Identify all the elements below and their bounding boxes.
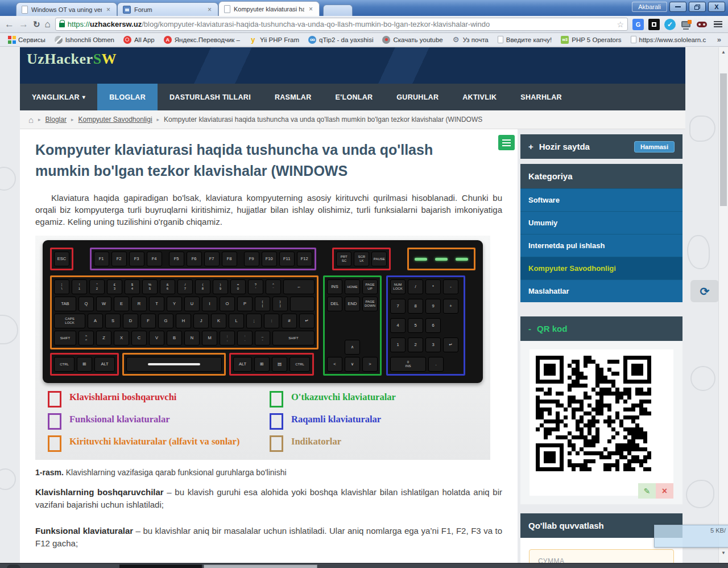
scroll-up-icon[interactable]: ▲ (719, 50, 728, 55)
qr-close-button[interactable]: × (656, 483, 673, 499)
qtip-icon: oo (308, 36, 316, 44)
breadcrumb-separator-icon: ▸ (71, 117, 74, 122)
legend-item: Indikatorlar (270, 435, 485, 452)
keyboard-key: F11 (279, 252, 295, 266)
keyboard-row: 0 INS. (390, 357, 461, 372)
close-tab-icon[interactable]: × (105, 6, 111, 13)
reload-icon[interactable]: ↻ (33, 19, 40, 30)
keyboard-key: PAGE UP (362, 279, 378, 294)
browser-menu-icon[interactable] (712, 19, 723, 30)
qr-panel-title: QR kod (537, 324, 567, 334)
monitor-extension-icon[interactable] (680, 19, 692, 30)
keyboard-key: C (131, 331, 147, 345)
sidebar-category-maslahatlar[interactable]: Maslahatlar (520, 279, 682, 302)
keyboard-navigation-group: INSHOMEPAGE UPDELENDPAGE DOWN∧<∨> (323, 275, 382, 376)
close-tab-icon[interactable]: × (308, 6, 314, 13)
breadcrumb-link-bloglar[interactable]: Bloglar (46, 116, 67, 124)
keyboard-key: SCR LK (354, 252, 369, 266)
page-scrollbar[interactable]: ▲ ▼ (718, 47, 728, 563)
back-icon[interactable]: ← (5, 19, 14, 29)
keyboard-key: CTRL (289, 357, 310, 372)
keyboard-key: E (114, 297, 129, 311)
bookmark-item[interactable]: Введите капчу! (494, 35, 556, 44)
keyboard-key: ▤ (272, 357, 287, 372)
tab-windows-ot[interactable]: Windows OT va uning versiy × (16, 2, 117, 16)
keyboard-key: ALT (233, 357, 252, 372)
tab-forum[interactable]: Forum × (117, 2, 218, 16)
minimize-button[interactable] (669, 2, 686, 12)
qr-edit-button[interactable]: ✎ (638, 483, 656, 499)
sidebar-category-software[interactable]: Software (520, 188, 682, 211)
bookmark-item[interactable]: AЯндекс.Переводчик – (160, 35, 244, 45)
taskbar-button-fragment[interactable] (204, 565, 317, 568)
nav-item-dasturlashtillari[interactable]: DASTURLASH TILLARI (158, 84, 263, 110)
collapse-icon[interactable]: - (528, 324, 531, 334)
bookmark-label: Скачать youtube (393, 36, 442, 43)
qr-panel-header[interactable]: - QR kod (520, 316, 682, 341)
bookmark-item[interactable]: Скачать youtube (378, 35, 446, 45)
tab-active-article[interactable]: Kompyuter klaviaturasi haqid × (218, 1, 320, 16)
close-tab-icon[interactable]: × (206, 6, 213, 13)
bookmark-star-icon[interactable]: ☆ (617, 20, 624, 29)
keyboard-key: F1 (94, 252, 109, 266)
sidebar-category-kompyuter-savodhonligi[interactable]: Kompyuter Savodhonligi (520, 257, 682, 279)
sidebar-category-internetda-pul-ishlash[interactable]: Internetda pul ishlash (520, 234, 682, 257)
nav-item-rasmlar[interactable]: RASMLAR (263, 84, 324, 110)
keyboard-row: 456 (390, 318, 461, 333)
article-menu-button[interactable] (498, 135, 515, 150)
taskbar-start-fragment[interactable] (7, 565, 20, 568)
nav-item-guruhlar[interactable]: GURUHLAR (384, 84, 450, 110)
restore-button[interactable] (689, 2, 706, 12)
bookmarks-overflow-chevron[interactable]: » (714, 35, 725, 44)
bookmark-item[interactable]: Сервисы (3, 35, 49, 45)
nav-item-label: AKTIVLIK (462, 93, 497, 101)
keyboard-key: TAB (54, 297, 76, 311)
keyboard-key: F6 (187, 252, 202, 266)
nav-item-bloglar[interactable]: BLOGLAR (97, 84, 158, 110)
bookmark-item[interactable]: yYii PHP Fram (245, 35, 303, 45)
nav-item-sharhlar[interactable]: SHARHLAR (508, 84, 574, 110)
keyboard-key: - (443, 279, 458, 294)
translate-extension-icon[interactable]: G (632, 19, 644, 30)
keyboard-typing-group: ¦ \! 1" 2£ 3$ 4% 5& 6/ 7( 8) 9= 0? '^ ¨←… (50, 275, 318, 349)
breadcrumb-link-category[interactable]: Kompyuter Savodhonligi (78, 116, 152, 124)
sidebar-category-umumiy[interactable]: Umumiy (520, 211, 682, 234)
bookmark-item[interactable]: w3PHP 5 Operators (557, 35, 625, 45)
close-button[interactable]: X (708, 2, 725, 12)
keyboard-key: Q (78, 297, 94, 311)
expand-icon[interactable]: + (528, 142, 533, 151)
new-tab-button[interactable] (323, 5, 353, 16)
bookmark-item[interactable]: ooqTip2 - da yaxshisi (304, 35, 377, 45)
keyboard-row: NUM LOCK/*- (390, 279, 461, 294)
hammasi-button[interactable]: Hammasi (634, 141, 675, 153)
scroll-down-icon[interactable]: ▼ (719, 550, 728, 555)
keyboard-key: 3 (425, 337, 441, 352)
nav-item-elonlar[interactable]: E'LONLAR (324, 84, 385, 110)
online-panel-header[interactable]: + Hozir saytda Hammasi (520, 134, 682, 159)
bookmark-item[interactable]: All App (119, 35, 159, 45)
keyboard-key: T (149, 297, 164, 311)
keyboard-key: < (327, 357, 342, 372)
mask-extension-icon[interactable] (696, 19, 708, 30)
nav-item-yangliklar[interactable]: YANGLIKLAR▾ (20, 84, 97, 110)
scrollbar-thumb[interactable] (720, 73, 727, 206)
bookmark-item[interactable]: https://www.sololearn.c (627, 35, 710, 44)
bookmark-label: All App (134, 36, 155, 43)
forward-icon[interactable]: → (19, 19, 28, 29)
nav-item-aktivlik[interactable]: AKTIVLIK (450, 84, 508, 110)
check-extension-icon[interactable]: ✓ (664, 19, 676, 30)
breadcrumb-home-icon[interactable]: ⌂ (28, 116, 34, 124)
profile-button[interactable]: Akbarali (632, 2, 667, 12)
nav-item-label: E'LONLAR (336, 93, 373, 101)
bookmark-item[interactable]: ⚙Уз почта (448, 35, 493, 45)
blackbox-extension-icon[interactable] (648, 19, 660, 30)
refresh-floating-button[interactable]: ⟳ (690, 280, 719, 302)
taskbar-button-fragment[interactable] (119, 565, 202, 568)
keyboard-key: = 0 (230, 279, 246, 294)
bookmark-item[interactable]: Ishonchli Obmen (51, 35, 118, 45)
keyboard-key: CTRL (54, 357, 75, 372)
home-icon[interactable]: ⌂ (45, 19, 51, 30)
keyboard-row: INSHOMEPAGE UP (327, 279, 378, 294)
address-bar[interactable]: https://uzhackersw.uz/blog/kompyuter-kla… (55, 18, 628, 31)
site-logo[interactable]: UzHackerSW (27, 51, 679, 68)
